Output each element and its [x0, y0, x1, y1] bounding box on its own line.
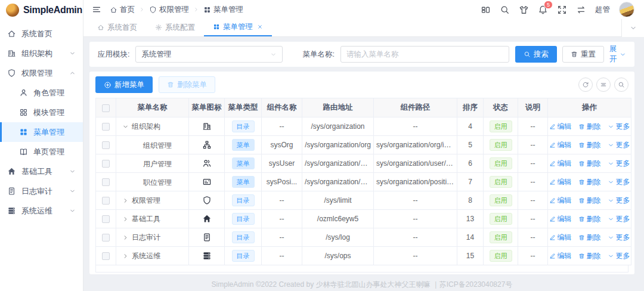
column-header: [96, 98, 116, 117]
delete-link[interactable]: 删除: [578, 140, 601, 150]
edit-link[interactable]: 编辑: [549, 177, 572, 187]
delete-link[interactable]: 删除: [578, 214, 601, 224]
edit-link[interactable]: 编辑: [549, 214, 572, 224]
edit-link[interactable]: 编辑: [549, 251, 572, 261]
shield-icon: [149, 6, 157, 14]
delete-link[interactable]: 删除: [578, 159, 601, 169]
row-checkbox[interactable]: [102, 178, 110, 186]
main-column: 首页权限管理菜单管理 5超管 系统首页系统配置菜单管理 应用模块: 系统管理 菜…: [83, 0, 644, 291]
edit-label: 编辑: [558, 251, 572, 261]
chev-right-icon[interactable]: [122, 234, 129, 241]
component-name: sysOrg: [262, 136, 302, 154]
server-icon: [202, 251, 212, 261]
more-label: 更多: [616, 177, 630, 187]
tab-系统配置[interactable]: 系统配置: [146, 18, 204, 36]
delete-link[interactable]: 删除: [578, 251, 601, 261]
add-menu-button[interactable]: 新增菜单: [95, 76, 153, 93]
more-link[interactable]: 更多: [608, 140, 630, 150]
more-link[interactable]: 更多: [608, 122, 630, 132]
chev-right-icon[interactable]: [122, 197, 129, 204]
collapse-menu-icon[interactable]: [92, 5, 101, 14]
breadcrumb-item[interactable]: 菜单管理: [203, 5, 243, 15]
edit-link[interactable]: 编辑: [549, 233, 572, 243]
sidebar-item-模块管理[interactable]: 模块管理: [0, 103, 83, 122]
user-avatar[interactable]: [619, 2, 634, 17]
delete-link[interactable]: 删除: [578, 196, 601, 206]
sidebar-item-菜单管理[interactable]: 菜单管理: [0, 122, 83, 142]
breadcrumb-item[interactable]: 权限管理: [149, 5, 189, 15]
tab-菜单管理[interactable]: 菜单管理: [204, 18, 272, 36]
sidebar-item-权限管理[interactable]: 权限管理: [0, 63, 83, 83]
more-label: 更多: [616, 196, 630, 206]
table-search-button[interactable]: [614, 78, 628, 92]
status-badge: 启用: [490, 139, 512, 151]
book-icon: [19, 147, 28, 156]
delete-link[interactable]: 删除: [578, 233, 601, 243]
module-select[interactable]: 系统管理: [135, 46, 283, 63]
sidebar-item-label: 系统首页: [21, 29, 52, 39]
more-link[interactable]: 更多: [608, 196, 630, 206]
menu-name: 组织管理: [143, 141, 172, 151]
theme-button[interactable]: [519, 5, 529, 15]
tab-label: 系统首页: [107, 23, 137, 33]
chev-down-icon: [630, 24, 637, 32]
more-link[interactable]: 更多: [608, 251, 630, 261]
row-checkbox[interactable]: [102, 141, 110, 149]
row-checkbox[interactable]: [102, 234, 110, 242]
sidebar-item-基础工具[interactable]: 基础工具: [0, 162, 83, 181]
sidebar-item-单页管理[interactable]: 单页管理: [0, 142, 83, 162]
chev-down-icon[interactable]: [122, 123, 129, 130]
switch-button[interactable]: [576, 5, 586, 15]
more-link[interactable]: 更多: [608, 233, 630, 243]
fullscreen-button[interactable]: [557, 5, 567, 15]
sort-value: 5: [457, 136, 484, 154]
sidebar-item-label: 菜单管理: [33, 127, 64, 138]
more-link[interactable]: 更多: [608, 177, 630, 187]
more-link[interactable]: 更多: [608, 159, 630, 169]
delete-link[interactable]: 删除: [578, 177, 601, 187]
tab-list-dropdown-button[interactable]: [621, 19, 644, 37]
tab-系统首页[interactable]: 系统首页: [88, 18, 146, 36]
row-checkbox[interactable]: [102, 252, 110, 260]
global-search-button[interactable]: [500, 5, 510, 15]
reset-button[interactable]: 重置: [562, 46, 604, 63]
delete-menu-button[interactable]: 删除菜单: [159, 76, 215, 93]
menu-name-input[interactable]: [340, 46, 509, 63]
column-settings-button[interactable]: [596, 78, 611, 92]
component-name: --: [262, 191, 302, 210]
edit-label: 编辑: [558, 140, 572, 150]
tab-label: 菜单管理: [223, 22, 253, 32]
lines-icon: [600, 81, 607, 88]
edit-label: 编辑: [558, 196, 572, 206]
sidebar-item-日志审计[interactable]: 日志审计: [0, 181, 83, 201]
row-checkbox[interactable]: [102, 197, 110, 205]
notifications-button[interactable]: 5: [538, 5, 548, 15]
search-icon: [618, 81, 625, 88]
edit-link[interactable]: 编辑: [549, 122, 572, 132]
component-path: --: [374, 247, 457, 265]
close-icon[interactable]: [257, 24, 263, 30]
row-checkbox[interactable]: [102, 123, 110, 131]
more-label: 更多: [616, 159, 630, 169]
edit-link[interactable]: 编辑: [549, 159, 572, 169]
table-row: 组织架构目录--/sys/organization--4启用--编辑删除更多: [96, 117, 631, 136]
description: --: [518, 191, 548, 210]
row-checkbox[interactable]: [102, 160, 110, 168]
sidebar-item-系统首页[interactable]: 系统首页: [0, 24, 83, 44]
sidebar-item-角色管理[interactable]: 角色管理: [0, 83, 83, 103]
edit-link[interactable]: 编辑: [549, 140, 572, 150]
chev-right-icon[interactable]: [122, 216, 129, 222]
search-button[interactable]: 搜索: [515, 46, 557, 63]
app-layout-button[interactable]: [481, 5, 491, 15]
refresh-table-button[interactable]: [578, 78, 593, 92]
sidebar-item-组织架构[interactable]: 组织架构: [0, 44, 83, 63]
row-checkbox[interactable]: [102, 215, 110, 223]
expand-filter-link[interactable]: 展开: [609, 44, 626, 64]
select-all-checkbox[interactable]: [102, 104, 110, 112]
breadcrumb-item[interactable]: 首页: [110, 5, 135, 15]
delete-link[interactable]: 删除: [578, 122, 601, 132]
chev-right-icon[interactable]: [122, 253, 129, 259]
more-link[interactable]: 更多: [608, 214, 630, 224]
edit-link[interactable]: 编辑: [549, 196, 572, 206]
sidebar-item-系统运维[interactable]: 系统运维: [0, 201, 83, 221]
